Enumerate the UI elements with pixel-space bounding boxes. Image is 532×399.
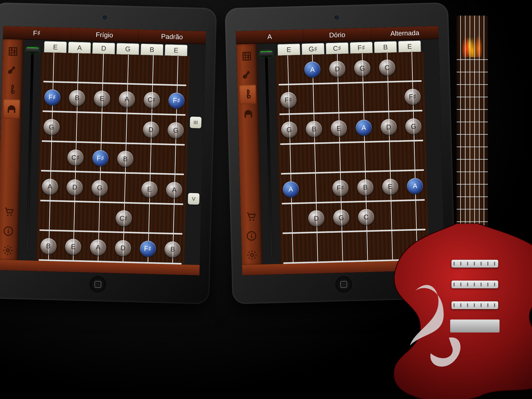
position-marker-3: III bbox=[190, 117, 202, 128]
string-header[interactable]: E bbox=[277, 44, 300, 56]
svg-point-20 bbox=[249, 219, 251, 221]
svg-point-25 bbox=[251, 254, 254, 256]
flames-icon bbox=[457, 16, 488, 57]
scale-selector[interactable]: Frígio bbox=[71, 28, 139, 42]
svg-line-15 bbox=[243, 57, 251, 58]
svg-line-14 bbox=[243, 55, 250, 55]
pickup-icon bbox=[451, 260, 498, 268]
svg-rect-0 bbox=[9, 48, 17, 55]
string-header[interactable]: A bbox=[68, 42, 91, 54]
camera-icon bbox=[335, 16, 338, 19]
info-icon[interactable] bbox=[243, 226, 260, 246]
svg-line-1 bbox=[9, 50, 17, 51]
svg-point-19 bbox=[247, 56, 249, 57]
info-icon[interactable] bbox=[0, 221, 17, 241]
svg-point-18 bbox=[244, 53, 246, 55]
svg-point-23 bbox=[251, 233, 252, 235]
position-marker-5: V bbox=[188, 193, 200, 205]
home-button[interactable] bbox=[334, 275, 353, 294]
svg-point-7 bbox=[7, 215, 9, 216]
guitar-icon[interactable] bbox=[239, 65, 256, 85]
svg-point-8 bbox=[10, 215, 12, 216]
string-header[interactable]: E bbox=[398, 41, 421, 52]
string-header[interactable]: F♯ bbox=[350, 42, 373, 54]
chord-diagram-icon[interactable] bbox=[4, 42, 22, 61]
svg-line-2 bbox=[9, 53, 17, 53]
screen: F♯ Frígio Padrão EADGBE F♯BEAC♯F♯GDGC♯F♯… bbox=[0, 26, 206, 275]
svg-point-10 bbox=[8, 229, 9, 230]
ipad-left: F♯ Frígio Padrão EADGBE F♯BEAC♯F♯GDGC♯F♯… bbox=[0, 2, 217, 304]
svg-rect-11 bbox=[8, 231, 9, 234]
screen: A Dório Alternada EG♯C♯F♯BE ADGCF♯F♯GBEA… bbox=[236, 26, 445, 275]
pickup-icon bbox=[451, 281, 498, 288]
bridge-icon bbox=[450, 320, 500, 332]
fretboard[interactable]: F♯BEAC♯F♯GDGC♯F♯BADGEAC♯BEADF♯B bbox=[36, 52, 190, 265]
key-selector[interactable]: F♯ bbox=[3, 26, 71, 41]
string-header[interactable]: B bbox=[141, 44, 163, 56]
treble-clef-icon[interactable] bbox=[3, 80, 21, 100]
string-header[interactable]: G♯ bbox=[302, 43, 324, 55]
guitar-icon[interactable] bbox=[4, 61, 21, 81]
svg-rect-13 bbox=[243, 52, 251, 60]
volume-slider[interactable] bbox=[26, 48, 34, 253]
settings-icon[interactable] bbox=[243, 245, 261, 265]
tuning-selector[interactable]: Alternada bbox=[371, 26, 439, 41]
scale-selector[interactable]: Dório bbox=[303, 28, 371, 42]
string-header[interactable]: B bbox=[374, 41, 397, 53]
volume-slider[interactable] bbox=[265, 51, 273, 256]
slider-thumb[interactable] bbox=[26, 47, 39, 53]
string-header[interactable]: C♯ bbox=[326, 42, 349, 54]
pickup-icon bbox=[451, 301, 498, 309]
chord-diagram-icon[interactable] bbox=[238, 46, 255, 66]
string-header[interactable]: E bbox=[44, 41, 67, 53]
home-button[interactable] bbox=[89, 275, 107, 294]
string-header[interactable]: E bbox=[165, 44, 188, 56]
headphones-icon[interactable] bbox=[3, 99, 20, 119]
headphones-icon[interactable] bbox=[240, 104, 257, 124]
svg-point-6 bbox=[14, 51, 15, 53]
guitar-neck bbox=[457, 16, 488, 249]
treble-clef-icon[interactable] bbox=[239, 85, 256, 104]
cart-icon[interactable] bbox=[242, 207, 260, 227]
camera-icon bbox=[103, 16, 107, 19]
tuning-selector[interactable]: Padrão bbox=[138, 30, 206, 44]
fretboard[interactable]: ADGCF♯F♯GBEADGAF♯BEADGC bbox=[275, 52, 429, 264]
ipad-right: A Dório Alternada EG♯C♯F♯BE ADGCF♯F♯GBEA… bbox=[225, 2, 456, 304]
cart-icon[interactable] bbox=[0, 202, 17, 222]
key-selector[interactable]: A bbox=[236, 30, 304, 44]
svg-point-5 bbox=[11, 48, 13, 50]
svg-point-21 bbox=[253, 219, 254, 221]
svg-rect-24 bbox=[251, 235, 252, 238]
string-header[interactable]: G bbox=[116, 43, 139, 55]
svg-point-12 bbox=[6, 249, 9, 252]
settings-icon[interactable] bbox=[0, 241, 16, 260]
slider-thumb[interactable] bbox=[260, 51, 272, 57]
string-header[interactable]: D bbox=[92, 42, 115, 54]
